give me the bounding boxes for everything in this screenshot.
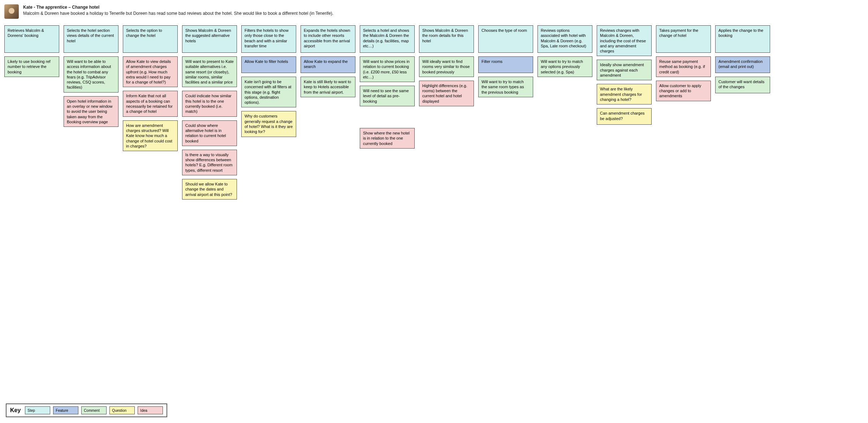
- column: Reviews changes with Malcolm & Doreen, i…: [597, 25, 652, 125]
- question-card[interactable]: Why do customers generally request a cha…: [241, 111, 296, 137]
- page-title: Kate - The apprentice – Change hotel: [23, 4, 333, 10]
- comment-card[interactable]: Kate isn't going to be concerned with al…: [241, 77, 296, 107]
- idea-card[interactable]: Show where the new hotel is in relation …: [360, 128, 415, 149]
- feature-card[interactable]: Filter rooms: [478, 56, 533, 73]
- column: Selects the option to change the hotelAl…: [123, 25, 178, 151]
- column: Selects a hotel and shows the Malcolm & …: [360, 25, 415, 149]
- column: Retrieves Malcolm & Doreens' bookingLike…: [4, 25, 59, 77]
- comment-card[interactable]: Kate is still likely to want to keep to …: [301, 77, 355, 97]
- column: Selects the hotel section views details …: [64, 25, 118, 127]
- idea-card[interactable]: Allow customer to apply changes or add t…: [656, 81, 711, 101]
- step-card[interactable]: Reviews changes with Malcolm & Doreen, i…: [597, 25, 652, 56]
- question-card[interactable]: What are the likely amendment charges fo…: [597, 84, 652, 104]
- idea-card[interactable]: Open hotel information in an overlay or …: [64, 96, 118, 127]
- comment-card[interactable]: Will need to see the same level of detai…: [360, 86, 415, 106]
- column: Applies the change to the bookingAmendme…: [715, 25, 770, 93]
- header-text: Kate - The apprentice – Change hotel Mal…: [23, 4, 333, 17]
- step-card[interactable]: Filters the hotels to show only those cl…: [241, 25, 296, 53]
- comment-card[interactable]: Will want to be able to access informati…: [64, 56, 118, 93]
- column: Shows Malcolm & Doreen the room details …: [419, 25, 474, 106]
- idea-card[interactable]: Could indicate how similar this hotel is…: [182, 91, 237, 116]
- step-card[interactable]: Shows Malcolm & Doreen the room details …: [419, 25, 474, 53]
- idea-card[interactable]: Inform Kate that not all aspects of a bo…: [123, 91, 178, 116]
- key-swatch-idea: Idea: [138, 406, 163, 414]
- idea-card[interactable]: Reuse same payment method as booking (e.…: [656, 56, 711, 77]
- key-panel: Key StepFeatureCommentQuestionIdea: [6, 403, 167, 417]
- comment-card[interactable]: Ideally show amendment charges against e…: [597, 60, 652, 80]
- step-card[interactable]: Applies the change to the booking: [715, 25, 770, 53]
- comment-card[interactable]: Will want to try to match the same room …: [478, 77, 533, 97]
- key-label: Key: [10, 407, 21, 414]
- key-swatch-comment: Comment: [81, 406, 107, 414]
- key-swatch-step: Step: [25, 406, 50, 414]
- page-subtitle: Malcolm & Doreen have booked a holiday t…: [23, 10, 333, 17]
- header: Kate - The apprentice – Change hotel Mal…: [4, 4, 864, 19]
- step-card[interactable]: Selects a hotel and shows the Malcolm & …: [360, 25, 415, 53]
- story-map-board: Retrieves Malcolm & Doreens' bookingLike…: [4, 25, 864, 200]
- column: Shows Malcolm & Doreen the suggested alt…: [182, 25, 237, 200]
- question-card[interactable]: How are amendment charges structured? Wi…: [123, 120, 178, 151]
- step-card[interactable]: Expands the hotels shown to include othe…: [301, 25, 355, 53]
- column: Chooses the type of roomFilter roomsWill…: [478, 25, 533, 97]
- step-card[interactable]: Reviews options associated with hotel wi…: [537, 25, 592, 53]
- step-card[interactable]: Takes payment for the change of hotel: [656, 25, 711, 53]
- question-card[interactable]: Should we allow Kate to change the dates…: [182, 179, 237, 200]
- step-card[interactable]: Selects the hotel section views details …: [64, 25, 118, 53]
- avatar: [4, 4, 19, 19]
- column: Takes payment for the change of hotelReu…: [656, 25, 711, 101]
- comment-card[interactable]: Will want to show prices in relation to …: [360, 56, 415, 82]
- question-card[interactable]: Can amendment charges be adjusted?: [597, 108, 652, 125]
- comment-card[interactable]: Will want to present to Kate suitable al…: [182, 56, 237, 87]
- step-card[interactable]: Retrieves Malcolm & Doreens' booking: [4, 25, 59, 53]
- step-card[interactable]: Selects the option to change the hotel: [123, 25, 178, 53]
- comment-card[interactable]: Will ideally want to find rooms very sim…: [419, 56, 474, 77]
- column: Expands the hotels shown to include othe…: [301, 25, 355, 97]
- key-swatch-feature: Feature: [53, 406, 78, 414]
- feature-card[interactable]: Allow Kate to filter hotels: [241, 56, 296, 73]
- step-card[interactable]: Chooses the type of room: [478, 25, 533, 53]
- column: Reviews options associated with hotel wi…: [537, 25, 592, 77]
- idea-card[interactable]: Highlight differences (e.g. rooms) betwe…: [419, 81, 474, 106]
- comment-card[interactable]: Likely to use booking ref number to retr…: [4, 56, 59, 77]
- idea-card[interactable]: Could show where alternative hotel is in…: [182, 120, 237, 146]
- idea-card[interactable]: Allow Kate to view details of amendment …: [123, 56, 178, 87]
- comment-card[interactable]: Customer will want details of the change…: [715, 77, 770, 93]
- feature-card[interactable]: Amendment confirmation (email and print …: [715, 56, 770, 73]
- key-swatch-question: Question: [109, 406, 135, 414]
- idea-card[interactable]: Is there a way to visually show differen…: [182, 150, 237, 175]
- step-card[interactable]: Shows Malcolm & Doreen the suggested alt…: [182, 25, 237, 53]
- feature-card[interactable]: Allow Kate to expand the search: [301, 56, 355, 73]
- comment-card[interactable]: Will want to try to match any options pr…: [537, 56, 592, 77]
- column: Filters the hotels to show only those cl…: [241, 25, 296, 137]
